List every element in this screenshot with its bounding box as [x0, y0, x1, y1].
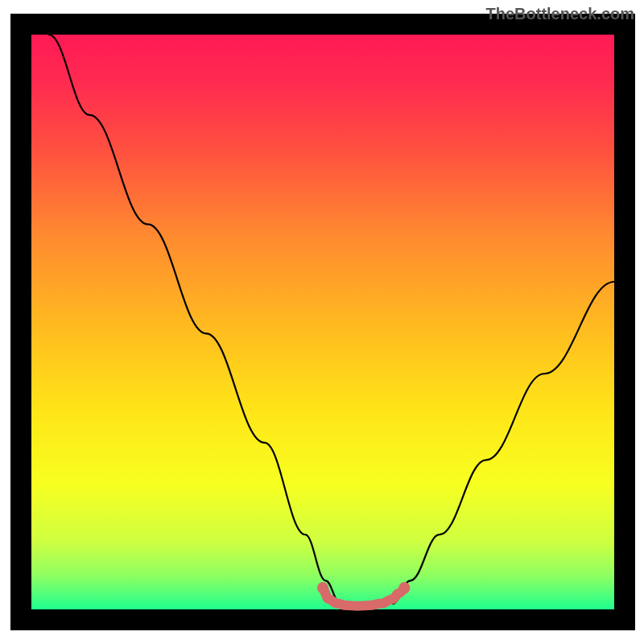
valley-marker-end	[398, 582, 410, 593]
plot-background	[31, 35, 614, 609]
chart-container: TheBottleneck.com	[0, 0, 644, 644]
bottleneck-chart	[0, 0, 644, 644]
watermark-text: TheBottleneck.com	[486, 5, 634, 23]
valley-marker-start	[317, 582, 328, 593]
